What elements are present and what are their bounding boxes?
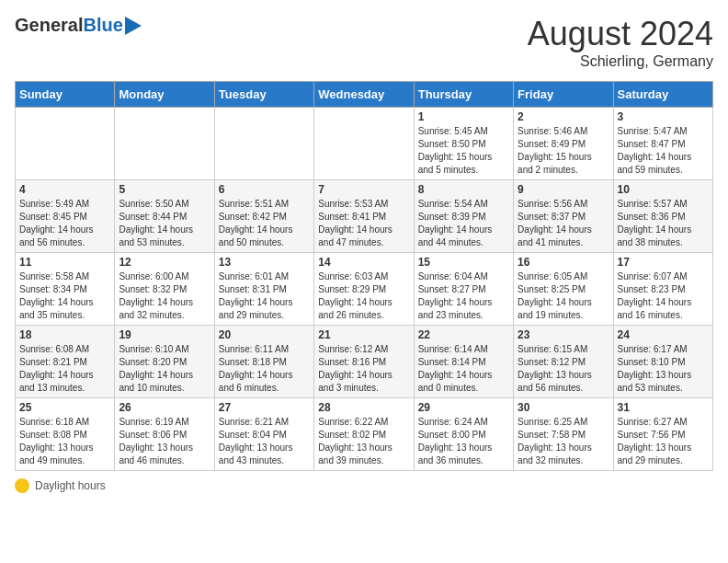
- day-info: Sunrise: 5:53 AMSunset: 8:41 PMDaylight:…: [318, 198, 409, 249]
- header-sunday: Sunday: [16, 82, 115, 108]
- calendar-cell: 8Sunrise: 5:54 AMSunset: 8:39 PMDaylight…: [414, 180, 513, 253]
- month-year-title: August 2024: [528, 15, 713, 53]
- day-info: Sunrise: 5:54 AMSunset: 8:39 PMDaylight:…: [418, 198, 509, 249]
- calendar-cell: 4Sunrise: 5:49 AMSunset: 8:45 PMDaylight…: [16, 180, 115, 253]
- day-number: 25: [19, 401, 110, 414]
- day-info: Sunrise: 5:58 AMSunset: 8:34 PMDaylight:…: [19, 270, 110, 322]
- day-info: Sunrise: 6:08 AMSunset: 8:21 PMDaylight:…: [19, 343, 110, 395]
- day-info: Sunrise: 6:15 AMSunset: 8:12 PMDaylight:…: [518, 343, 609, 395]
- day-info: Sunrise: 6:24 AMSunset: 8:00 PMDaylight:…: [418, 416, 509, 467]
- header-thursday: Thursday: [414, 82, 513, 108]
- footer: Daylight hours: [15, 478, 713, 493]
- calendar-cell: 25Sunrise: 6:18 AMSunset: 8:08 PMDayligh…: [16, 398, 115, 471]
- day-number: 16: [518, 256, 609, 269]
- calendar-cell: [16, 108, 115, 180]
- day-number: 12: [119, 256, 210, 269]
- day-number: 21: [318, 328, 409, 341]
- calendar-cell: 23Sunrise: 6:15 AMSunset: 8:12 PMDayligh…: [514, 326, 613, 398]
- calendar-header-row: Sunday Monday Tuesday Wednesday Thursday…: [16, 82, 713, 108]
- calendar-cell: 16Sunrise: 6:05 AMSunset: 8:25 PMDayligh…: [514, 253, 613, 326]
- day-number: 2: [518, 110, 609, 123]
- calendar-cell: 9Sunrise: 5:56 AMSunset: 8:37 PMDaylight…: [514, 180, 613, 253]
- day-info: Sunrise: 6:01 AMSunset: 8:31 PMDaylight:…: [219, 270, 310, 322]
- header-friday: Friday: [514, 82, 613, 108]
- calendar-cell: 17Sunrise: 6:07 AMSunset: 8:23 PMDayligh…: [613, 253, 712, 326]
- logo: General Blue: [15, 15, 142, 36]
- day-number: 3: [618, 110, 709, 123]
- calendar-week-row: 25Sunrise: 6:18 AMSunset: 8:08 PMDayligh…: [16, 398, 713, 471]
- day-number: 30: [518, 401, 609, 414]
- day-number: 24: [618, 328, 709, 341]
- day-number: 11: [19, 256, 110, 269]
- calendar-cell: 15Sunrise: 6:04 AMSunset: 8:27 PMDayligh…: [414, 253, 513, 326]
- calendar-cell: 24Sunrise: 6:17 AMSunset: 8:10 PMDayligh…: [613, 326, 712, 398]
- logo-general-text: General: [15, 15, 83, 36]
- calendar-cell: 31Sunrise: 6:27 AMSunset: 7:56 PMDayligh…: [613, 398, 712, 471]
- day-info: Sunrise: 6:04 AMSunset: 8:27 PMDaylight:…: [418, 270, 509, 322]
- day-number: 9: [518, 183, 609, 196]
- day-number: 26: [119, 401, 210, 414]
- day-number: 23: [518, 328, 609, 341]
- day-info: Sunrise: 6:11 AMSunset: 8:18 PMDaylight:…: [219, 343, 310, 395]
- calendar-cell: 10Sunrise: 5:57 AMSunset: 8:36 PMDayligh…: [613, 180, 712, 253]
- day-number: 28: [318, 401, 409, 414]
- calendar-cell: 26Sunrise: 6:19 AMSunset: 8:06 PMDayligh…: [115, 398, 214, 471]
- day-info: Sunrise: 5:46 AMSunset: 8:49 PMDaylight:…: [518, 125, 609, 177]
- calendar-cell: 14Sunrise: 6:03 AMSunset: 8:29 PMDayligh…: [314, 253, 414, 326]
- day-info: Sunrise: 5:45 AMSunset: 8:50 PMDaylight:…: [418, 125, 509, 177]
- day-info: Sunrise: 6:05 AMSunset: 8:25 PMDaylight:…: [518, 270, 609, 322]
- calendar-table: Sunday Monday Tuesday Wednesday Thursday…: [15, 81, 713, 471]
- calendar-cell: [314, 108, 414, 180]
- header-tuesday: Tuesday: [214, 82, 313, 108]
- calendar-cell: 13Sunrise: 6:01 AMSunset: 8:31 PMDayligh…: [214, 253, 313, 326]
- calendar-week-row: 1Sunrise: 5:45 AMSunset: 8:50 PMDaylight…: [16, 108, 713, 180]
- day-info: Sunrise: 6:12 AMSunset: 8:16 PMDaylight:…: [318, 343, 409, 395]
- title-block: August 2024 Schierling, Germany: [528, 15, 713, 70]
- day-info: Sunrise: 5:51 AMSunset: 8:42 PMDaylight:…: [219, 198, 310, 249]
- day-info: Sunrise: 6:18 AMSunset: 8:08 PMDaylight:…: [19, 416, 110, 467]
- day-info: Sunrise: 5:49 AMSunset: 8:45 PMDaylight:…: [19, 198, 110, 249]
- calendar-cell: 12Sunrise: 6:00 AMSunset: 8:32 PMDayligh…: [115, 253, 214, 326]
- calendar-cell: 6Sunrise: 5:51 AMSunset: 8:42 PMDaylight…: [214, 180, 313, 253]
- day-number: 17: [618, 256, 709, 269]
- day-number: 8: [418, 183, 509, 196]
- day-number: 22: [418, 328, 509, 341]
- day-info: Sunrise: 6:03 AMSunset: 8:29 PMDaylight:…: [318, 270, 409, 322]
- location-subtitle: Schierling, Germany: [528, 53, 713, 70]
- calendar-cell: 22Sunrise: 6:14 AMSunset: 8:14 PMDayligh…: [414, 326, 513, 398]
- header-wednesday: Wednesday: [314, 82, 414, 108]
- page-header: General Blue August 2024 Schierling, Ger…: [15, 15, 713, 70]
- daylight-hours-label: Daylight hours: [35, 479, 106, 492]
- header-monday: Monday: [115, 82, 214, 108]
- day-number: 7: [318, 183, 409, 196]
- day-info: Sunrise: 6:14 AMSunset: 8:14 PMDaylight:…: [418, 343, 509, 395]
- logo-blue-text: Blue: [83, 15, 122, 36]
- day-number: 5: [119, 183, 210, 196]
- day-number: 14: [318, 256, 409, 269]
- day-number: 31: [618, 401, 709, 414]
- day-info: Sunrise: 6:17 AMSunset: 8:10 PMDaylight:…: [618, 343, 709, 395]
- day-info: Sunrise: 6:07 AMSunset: 8:23 PMDaylight:…: [618, 270, 709, 322]
- day-info: Sunrise: 6:22 AMSunset: 8:02 PMDaylight:…: [318, 416, 409, 467]
- day-info: Sunrise: 5:47 AMSunset: 8:47 PMDaylight:…: [618, 125, 709, 177]
- calendar-cell: 21Sunrise: 6:12 AMSunset: 8:16 PMDayligh…: [314, 326, 414, 398]
- calendar-cell: 5Sunrise: 5:50 AMSunset: 8:44 PMDaylight…: [115, 180, 214, 253]
- day-number: 19: [119, 328, 210, 341]
- day-info: Sunrise: 5:56 AMSunset: 8:37 PMDaylight:…: [518, 198, 609, 249]
- day-info: Sunrise: 6:27 AMSunset: 7:56 PMDaylight:…: [618, 416, 709, 467]
- calendar-cell: 28Sunrise: 6:22 AMSunset: 8:02 PMDayligh…: [314, 398, 414, 471]
- day-number: 1: [418, 110, 509, 123]
- calendar-cell: 19Sunrise: 6:10 AMSunset: 8:20 PMDayligh…: [115, 326, 214, 398]
- calendar-cell: 1Sunrise: 5:45 AMSunset: 8:50 PMDaylight…: [414, 108, 513, 180]
- sun-icon: [15, 478, 29, 493]
- day-info: Sunrise: 5:57 AMSunset: 8:36 PMDaylight:…: [618, 198, 709, 249]
- calendar-week-row: 4Sunrise: 5:49 AMSunset: 8:45 PMDaylight…: [16, 180, 713, 253]
- day-info: Sunrise: 5:50 AMSunset: 8:44 PMDaylight:…: [119, 198, 210, 249]
- calendar-cell: 2Sunrise: 5:46 AMSunset: 8:49 PMDaylight…: [514, 108, 613, 180]
- calendar-cell: 27Sunrise: 6:21 AMSunset: 8:04 PMDayligh…: [214, 398, 313, 471]
- header-saturday: Saturday: [613, 82, 712, 108]
- calendar-cell: 20Sunrise: 6:11 AMSunset: 8:18 PMDayligh…: [214, 326, 313, 398]
- calendar-week-row: 18Sunrise: 6:08 AMSunset: 8:21 PMDayligh…: [16, 326, 713, 398]
- day-number: 15: [418, 256, 509, 269]
- day-number: 20: [219, 328, 310, 341]
